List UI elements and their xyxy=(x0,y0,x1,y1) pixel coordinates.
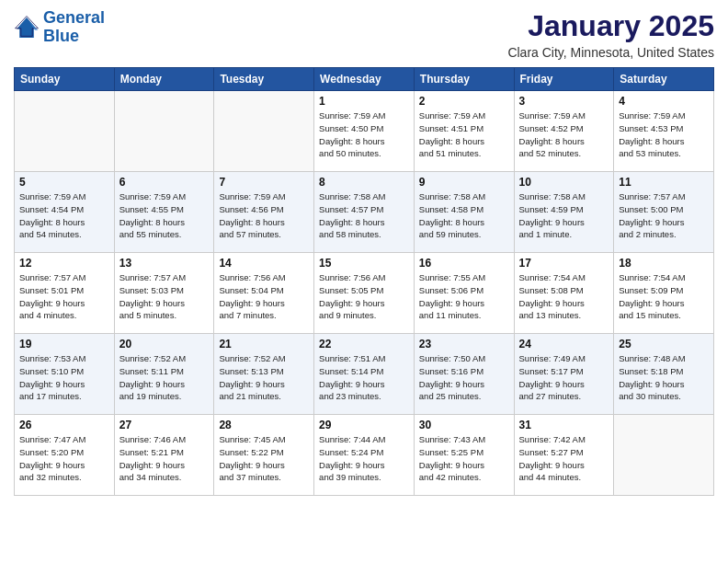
day-number: 30 xyxy=(419,419,509,431)
day-info: Sunrise: 7:52 AMSunset: 5:13 PMDaylight:… xyxy=(219,352,309,403)
day-cell: 1Sunrise: 7:59 AMSunset: 4:50 PMDaylight… xyxy=(314,91,415,172)
day-cell: 8Sunrise: 7:58 AMSunset: 4:57 PMDaylight… xyxy=(314,172,415,253)
day-number: 18 xyxy=(619,257,709,270)
day-info: Sunrise: 7:57 AMSunset: 5:00 PMDaylight:… xyxy=(619,190,709,241)
month-title: January 2025 xyxy=(507,9,714,43)
day-number: 20 xyxy=(119,338,210,350)
day-info: Sunrise: 7:46 AMSunset: 5:21 PMDaylight:… xyxy=(119,433,210,484)
day-cell: 11Sunrise: 7:57 AMSunset: 5:00 PMDayligh… xyxy=(614,172,714,253)
day-cell: 23Sunrise: 7:50 AMSunset: 5:16 PMDayligh… xyxy=(414,334,514,415)
day-cell: 10Sunrise: 7:58 AMSunset: 4:59 PMDayligh… xyxy=(514,172,614,253)
day-number: 19 xyxy=(19,338,109,350)
day-info: Sunrise: 7:47 AMSunset: 5:20 PMDaylight:… xyxy=(19,433,109,484)
day-info: Sunrise: 7:59 AMSunset: 4:55 PMDaylight:… xyxy=(119,190,210,241)
day-number: 6 xyxy=(119,176,210,189)
day-cell: 22Sunrise: 7:51 AMSunset: 5:14 PMDayligh… xyxy=(314,334,415,415)
title-block: January 2025 Clara City, Minnesota, Unit… xyxy=(507,9,714,60)
day-number: 31 xyxy=(519,419,609,431)
day-info: Sunrise: 7:57 AMSunset: 5:03 PMDaylight:… xyxy=(119,271,210,322)
day-info: Sunrise: 7:59 AMSunset: 4:56 PMDaylight:… xyxy=(219,190,309,241)
day-info: Sunrise: 7:58 AMSunset: 4:58 PMDaylight:… xyxy=(419,190,509,241)
weekday-friday: Friday xyxy=(514,68,614,91)
day-info: Sunrise: 7:52 AMSunset: 5:11 PMDaylight:… xyxy=(119,352,210,403)
day-cell: 31Sunrise: 7:42 AMSunset: 5:27 PMDayligh… xyxy=(514,415,614,496)
day-cell: 18Sunrise: 7:54 AMSunset: 5:09 PMDayligh… xyxy=(614,253,714,334)
day-cell: 12Sunrise: 7:57 AMSunset: 5:01 PMDayligh… xyxy=(15,253,115,334)
weekday-wednesday: Wednesday xyxy=(314,68,415,91)
week-row-5: 26Sunrise: 7:47 AMSunset: 5:20 PMDayligh… xyxy=(15,415,714,496)
day-info: Sunrise: 7:58 AMSunset: 4:57 PMDaylight:… xyxy=(319,190,409,241)
weekday-monday: Monday xyxy=(114,68,214,91)
day-number: 17 xyxy=(519,257,609,270)
day-cell: 27Sunrise: 7:46 AMSunset: 5:21 PMDayligh… xyxy=(114,415,214,496)
day-cell: 19Sunrise: 7:53 AMSunset: 5:10 PMDayligh… xyxy=(15,334,115,415)
day-cell: 5Sunrise: 7:59 AMSunset: 4:54 PMDaylight… xyxy=(15,172,115,253)
day-number: 3 xyxy=(519,95,609,108)
weekday-header-row: SundayMondayTuesdayWednesdayThursdayFrid… xyxy=(15,68,714,91)
day-info: Sunrise: 7:44 AMSunset: 5:24 PMDaylight:… xyxy=(319,433,409,484)
day-number: 23 xyxy=(419,338,509,350)
day-number: 14 xyxy=(219,257,309,270)
day-cell: 30Sunrise: 7:43 AMSunset: 5:25 PMDayligh… xyxy=(414,415,514,496)
location-title: Clara City, Minnesota, United States xyxy=(507,45,714,60)
day-number: 16 xyxy=(419,257,509,270)
day-info: Sunrise: 7:51 AMSunset: 5:14 PMDaylight:… xyxy=(319,352,409,403)
day-number: 13 xyxy=(119,257,210,270)
day-number: 2 xyxy=(419,95,509,108)
day-cell: 2Sunrise: 7:59 AMSunset: 4:51 PMDaylight… xyxy=(414,91,514,172)
weekday-saturday: Saturday xyxy=(614,68,714,91)
day-cell: 7Sunrise: 7:59 AMSunset: 4:56 PMDaylight… xyxy=(214,172,314,253)
day-cell: 17Sunrise: 7:54 AMSunset: 5:08 PMDayligh… xyxy=(514,253,614,334)
day-number: 11 xyxy=(619,176,709,189)
day-number: 25 xyxy=(619,338,709,350)
logo-line1: General xyxy=(43,8,105,27)
weekday-tuesday: Tuesday xyxy=(214,68,314,91)
day-number: 7 xyxy=(219,176,309,189)
day-number: 10 xyxy=(519,176,609,189)
day-number: 24 xyxy=(519,338,609,350)
day-number: 29 xyxy=(319,419,409,431)
day-cell: 6Sunrise: 7:59 AMSunset: 4:55 PMDaylight… xyxy=(114,172,214,253)
day-cell: 13Sunrise: 7:57 AMSunset: 5:03 PMDayligh… xyxy=(114,253,214,334)
day-info: Sunrise: 7:50 AMSunset: 5:16 PMDaylight:… xyxy=(419,352,509,403)
week-row-3: 12Sunrise: 7:57 AMSunset: 5:01 PMDayligh… xyxy=(15,253,714,334)
week-row-1: 1Sunrise: 7:59 AMSunset: 4:50 PMDaylight… xyxy=(15,91,714,172)
day-info: Sunrise: 7:54 AMSunset: 5:09 PMDaylight:… xyxy=(619,271,709,322)
day-cell: 4Sunrise: 7:59 AMSunset: 4:53 PMDaylight… xyxy=(614,91,714,172)
day-cell xyxy=(614,415,714,496)
day-cell: 15Sunrise: 7:56 AMSunset: 5:05 PMDayligh… xyxy=(314,253,415,334)
day-cell: 21Sunrise: 7:52 AMSunset: 5:13 PMDayligh… xyxy=(214,334,314,415)
weekday-sunday: Sunday xyxy=(15,68,115,91)
day-cell: 29Sunrise: 7:44 AMSunset: 5:24 PMDayligh… xyxy=(314,415,415,496)
day-cell: 24Sunrise: 7:49 AMSunset: 5:17 PMDayligh… xyxy=(514,334,614,415)
day-number: 22 xyxy=(319,338,409,350)
day-info: Sunrise: 7:54 AMSunset: 5:08 PMDaylight:… xyxy=(519,271,609,322)
day-info: Sunrise: 7:48 AMSunset: 5:18 PMDaylight:… xyxy=(619,352,709,403)
day-info: Sunrise: 7:59 AMSunset: 4:54 PMDaylight:… xyxy=(19,190,109,241)
week-row-4: 19Sunrise: 7:53 AMSunset: 5:10 PMDayligh… xyxy=(15,334,714,415)
day-cell xyxy=(15,91,115,172)
day-cell: 28Sunrise: 7:45 AMSunset: 5:22 PMDayligh… xyxy=(214,415,314,496)
day-number: 1 xyxy=(319,95,409,108)
day-cell: 20Sunrise: 7:52 AMSunset: 5:11 PMDayligh… xyxy=(114,334,214,415)
day-cell xyxy=(114,91,214,172)
day-info: Sunrise: 7:42 AMSunset: 5:27 PMDaylight:… xyxy=(519,433,609,484)
day-info: Sunrise: 7:56 AMSunset: 5:04 PMDaylight:… xyxy=(219,271,309,322)
day-number: 21 xyxy=(219,338,309,350)
day-number: 5 xyxy=(19,176,109,189)
day-number: 27 xyxy=(119,419,210,431)
day-info: Sunrise: 7:57 AMSunset: 5:01 PMDaylight:… xyxy=(19,271,109,322)
logo: General Blue xyxy=(14,9,105,46)
day-cell xyxy=(214,91,314,172)
logo-text: General Blue xyxy=(43,9,105,46)
logo-line2: Blue xyxy=(43,27,79,45)
day-cell: 14Sunrise: 7:56 AMSunset: 5:04 PMDayligh… xyxy=(214,253,314,334)
day-info: Sunrise: 7:45 AMSunset: 5:22 PMDaylight:… xyxy=(219,433,309,484)
day-cell: 26Sunrise: 7:47 AMSunset: 5:20 PMDayligh… xyxy=(15,415,115,496)
day-number: 26 xyxy=(19,419,109,431)
day-cell: 25Sunrise: 7:48 AMSunset: 5:18 PMDayligh… xyxy=(614,334,714,415)
day-number: 4 xyxy=(619,95,709,108)
day-number: 15 xyxy=(319,257,409,270)
day-number: 12 xyxy=(19,257,109,270)
day-info: Sunrise: 7:56 AMSunset: 5:05 PMDaylight:… xyxy=(319,271,409,322)
